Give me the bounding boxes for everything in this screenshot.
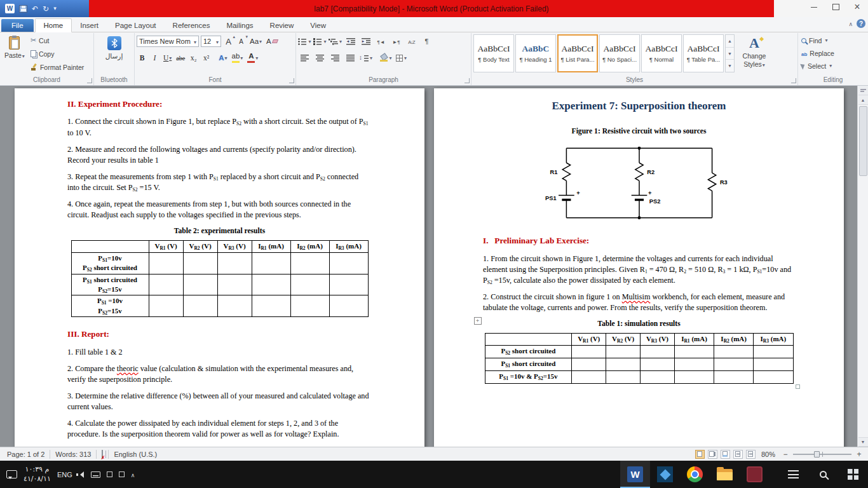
underline-button[interactable]: U	[162, 52, 173, 64]
report-item[interactable]: 2. Compare the theoric value (calculatio…	[67, 363, 372, 385]
table-cell[interactable]	[290, 274, 329, 295]
row-label-cell[interactable]: PS1 short circuited	[485, 358, 572, 370]
undo-button[interactable]	[32, 5, 38, 13]
table-header-cell[interactable]: VR3 (V)	[217, 241, 252, 252]
table-cell[interactable]	[754, 345, 793, 358]
gallery-more-button[interactable]: ▼	[726, 59, 734, 72]
search-button[interactable]	[808, 461, 838, 488]
document-page-2[interactable]: Experiment 7: Superposition theorem Figu…	[434, 88, 844, 447]
minimize-button[interactable]	[803, 0, 825, 14]
select-button[interactable]: Select	[800, 60, 866, 72]
zoom-level[interactable]: 80%	[759, 451, 778, 458]
row-label-cell[interactable]: PS1 short circuitedPS2=15v	[71, 274, 149, 295]
clipboard-dialog-launcher[interactable]	[87, 78, 92, 83]
table-cell[interactable]	[290, 252, 329, 274]
cut-button[interactable]: Cut	[29, 34, 92, 46]
taskbar-explorer-button[interactable]	[710, 461, 740, 488]
gallery-scroll-up-button[interactable]: ▲	[726, 35, 734, 47]
word-logo-icon[interactable]: W	[5, 4, 15, 13]
procedure-step[interactable]: 1. Connect the circuit shown in Figure 1…	[67, 116, 372, 138]
superscript-button[interactable]: x²	[201, 52, 212, 64]
table-cell[interactable]	[641, 370, 675, 383]
table-header-cell[interactable]: IR3 (mA)	[329, 241, 368, 252]
table-cell[interactable]	[714, 345, 754, 358]
numbering-button[interactable]	[313, 36, 327, 48]
document-page-1[interactable]: II. Experiment Procedure: 1. Connect the…	[15, 88, 424, 447]
action-center-icon[interactable]	[6, 470, 17, 478]
tab-mailings[interactable]: Mailings	[218, 19, 261, 32]
procedure-step[interactable]: 4. Once again, repeat the measurements f…	[67, 199, 372, 220]
taskbar-app-button[interactable]	[740, 461, 770, 488]
full-screen-reading-view-button[interactable]	[708, 450, 717, 459]
word-count[interactable]: Words: 313	[50, 451, 96, 458]
strikethrough-button[interactable]: abe	[175, 52, 186, 64]
style-no-spacing[interactable]: AaBbCcI¶ No Spaci...	[599, 34, 640, 72]
report-item[interactable]: 4. Calculate the power dissipated by eac…	[67, 418, 372, 440]
style-table-paragraph[interactable]: AaBbCcI¶ Table Pa...	[683, 34, 724, 72]
copy-button[interactable]: Copy	[29, 48, 92, 60]
tab-review[interactable]: Review	[262, 19, 302, 32]
sort-button[interactable]	[405, 36, 418, 48]
font-size-select[interactable]: 12	[201, 36, 221, 47]
grow-font-button[interactable]: A	[223, 36, 234, 47]
language-indicator[interactable]: English (U.S.)	[109, 451, 162, 458]
shrink-font-button[interactable]: A	[236, 36, 247, 47]
print-layout-view-button[interactable]	[695, 450, 705, 459]
table-cell[interactable]	[572, 370, 606, 383]
format-painter-button[interactable]: Format Painter	[29, 61, 92, 73]
tab-insert[interactable]: Insert	[72, 19, 107, 32]
tray-icon[interactable]	[119, 471, 125, 477]
exercise-item[interactable]: 1. From the circuit shown in Figure 1, d…	[483, 254, 795, 286]
decrease-indent-button[interactable]	[344, 36, 357, 48]
table-cell[interactable]	[329, 274, 368, 295]
table-cell[interactable]	[606, 345, 641, 358]
find-button[interactable]: Find	[800, 34, 866, 46]
table-header-cell[interactable]: VR2 (V)	[183, 241, 217, 252]
exercise-heading[interactable]: I. Preliminary Lab Exercise:	[483, 235, 795, 247]
table-cell[interactable]	[217, 252, 252, 274]
table-header-cell[interactable]: IR3 (mA)	[754, 334, 793, 345]
taskbar-photos-button[interactable]	[650, 461, 680, 488]
zoom-slider-thumb[interactable]	[814, 451, 820, 458]
procedure-step[interactable]: 2. Measure and record the following volt…	[67, 144, 372, 166]
zoom-slider[interactable]	[793, 454, 851, 455]
table-cell[interactable]	[149, 295, 183, 317]
change-case-button[interactable]: Aa	[248, 36, 263, 47]
table-cell[interactable]	[183, 252, 217, 274]
procedure-heading[interactable]: II. Experiment Procedure:	[67, 98, 372, 110]
style-body-text[interactable]: AaBbCcI¶ Body Text	[473, 34, 514, 72]
row-label-cell[interactable]: PS1 =10v & PS2=15v	[485, 370, 572, 383]
table-cell[interactable]	[329, 252, 368, 274]
web-layout-view-button[interactable]	[721, 450, 730, 459]
start-button[interactable]	[838, 461, 868, 488]
font-dialog-launcher[interactable]	[289, 78, 294, 83]
table2-caption[interactable]: Table 2: experimental results	[67, 226, 372, 236]
procedure-step[interactable]: 3. Repeat the measurements from step 1 w…	[67, 172, 372, 193]
table-cell[interactable]	[252, 274, 290, 295]
scroll-up-button[interactable]: ▲	[858, 95, 868, 105]
help-icon[interactable]: ?	[857, 19, 865, 28]
bold-button[interactable]: B	[137, 52, 147, 64]
table-cell[interactable]	[329, 295, 368, 317]
task-view-button[interactable]	[778, 461, 808, 488]
table-header-cell[interactable]: VR3 (V)	[641, 334, 675, 345]
taskbar-chrome-button[interactable]	[680, 461, 710, 488]
tab-file[interactable]: File	[1, 19, 34, 32]
tray-icon[interactable]	[107, 471, 112, 477]
tab-view[interactable]: View	[302, 19, 334, 32]
circuit-diagram[interactable]: R1 R2 R3 PS1 + PS2 +	[544, 140, 735, 226]
report-item[interactable]: 3. Determine the relative difference (%)…	[67, 391, 372, 412]
gallery-scroll-down-button[interactable]: ▼	[726, 47, 734, 60]
proofing-status[interactable]	[97, 451, 108, 458]
table-cell[interactable]	[217, 274, 252, 295]
table-cell[interactable]	[183, 274, 217, 295]
style-normal[interactable]: AaBbCcI¶ Normal	[641, 34, 682, 72]
paragraph-dialog-launcher[interactable]	[465, 78, 470, 83]
table-header-cell[interactable]: IR1 (mA)	[252, 241, 290, 252]
shading-button[interactable]	[379, 52, 393, 64]
highlight-button[interactable]: ab	[231, 52, 245, 64]
table-cell[interactable]	[252, 252, 290, 274]
tab-home[interactable]: Home	[35, 18, 72, 32]
language-switcher[interactable]: ENG	[57, 471, 85, 478]
zoom-in-button[interactable]: +	[855, 450, 864, 459]
